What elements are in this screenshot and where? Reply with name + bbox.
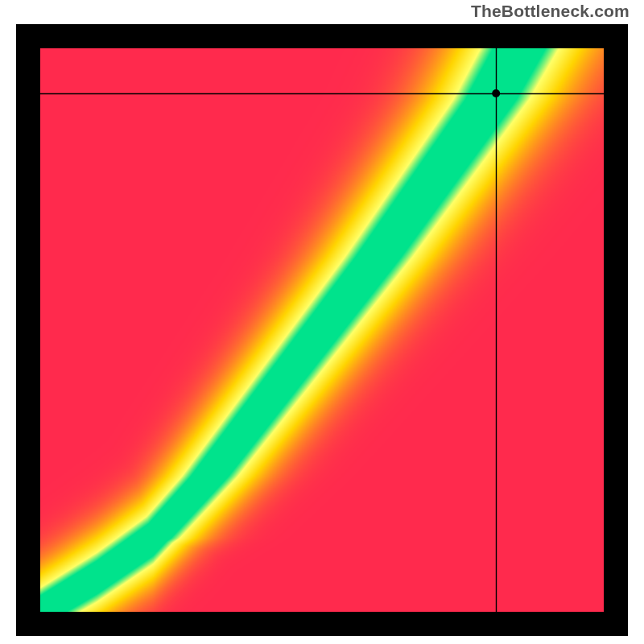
watermark-text: TheBottleneck.com	[471, 2, 630, 21]
bottleneck-heatmap	[40, 48, 604, 612]
heatmap-frame	[16, 24, 628, 636]
chart-wrapper: TheBottleneck.com	[0, 0, 644, 644]
